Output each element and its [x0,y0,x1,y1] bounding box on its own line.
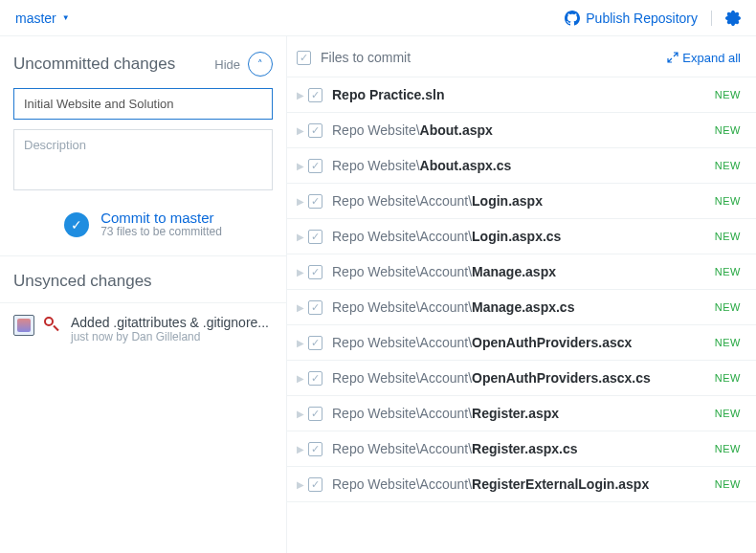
file-path: Repo Website\Account\Manage.aspx [332,264,715,279]
branch-selector[interactable]: master ▼ [15,11,70,26]
commit-button-label: Commit to master [100,210,222,225]
commit-button-sub: 73 files to be committed [100,225,222,240]
file-row[interactable]: ▶Repo Website\Account\RegisterExternalLo… [287,467,756,502]
file-row[interactable]: ▶Repo Website\About.aspxNEW [287,113,756,148]
uncommitted-changes-header: Uncommitted changes Hide ˄ [0,36,286,88]
expand-caret-icon[interactable]: ▶ [297,302,308,313]
file-checkbox[interactable] [308,230,322,244]
expand-all-button[interactable]: Expand all [667,51,741,65]
file-status-badge: NEW [715,337,741,348]
top-bar: master ▼ Publish Repository [0,0,756,36]
file-path: Repo Website\About.aspx.cs [332,158,715,173]
file-checkbox[interactable] [308,477,322,492]
files-header-label: Files to commit [321,50,667,65]
expand-caret-icon[interactable]: ▶ [297,232,308,242]
file-status-badge: NEW [715,231,741,242]
file-row[interactable]: ▶Repo Website\Account\Login.aspx.csNEW [287,219,756,254]
left-panel: Uncommitted changes Hide ˄ ✓ Commit to m… [0,36,287,553]
file-checkbox[interactable] [308,194,322,209]
file-status-badge: NEW [715,443,741,454]
expand-caret-icon[interactable]: ▶ [297,196,308,207]
file-path: Repo Website\About.aspx [332,122,715,138]
file-checkbox[interactable] [308,123,322,138]
section-title: Uncommitted changes [13,55,214,74]
file-status-badge: NEW [715,372,741,384]
expand-caret-icon[interactable]: ▶ [297,338,308,348]
check-icon: ✓ [64,212,89,237]
file-status-badge: NEW [715,266,741,277]
github-icon [565,11,580,26]
commit-form: ✓ Commit to master 73 files to be commit… [0,88,286,256]
file-checkbox[interactable] [308,336,322,350]
expand-caret-icon[interactable]: ▶ [297,409,308,419]
expand-caret-icon[interactable]: ▶ [297,444,308,454]
files-header: Files to commit Expand all [287,36,756,77]
avatar [13,315,34,336]
files-panel: Files to commit Expand all ▶Repo Practic… [287,36,756,553]
file-checkbox[interactable] [308,442,322,456]
file-path: Repo Website\Account\Login.aspx [332,193,715,209]
hide-button[interactable]: Hide [214,57,240,72]
expand-icon [667,52,678,63]
file-status-badge: NEW [715,124,741,136]
select-all-checkbox[interactable] [297,51,311,65]
file-status-badge: NEW [715,478,741,490]
chevron-up-icon: ˄ [257,58,263,71]
file-path: Repo Website\Account\Login.aspx.cs [332,229,715,244]
file-checkbox[interactable] [308,407,322,421]
commit-description-input[interactable] [13,129,273,190]
commit-message: Added .gitattributes & .gitignore... [71,315,269,330]
expand-caret-icon[interactable]: ▶ [297,479,308,490]
file-path: Repo Website\Account\Manage.aspx.cs [332,299,715,315]
file-row[interactable]: ▶Repo Website\About.aspx.csNEW [287,148,756,184]
file-checkbox[interactable] [308,371,322,386]
file-row[interactable]: ▶Repo Website\Account\Login.aspxNEW [287,184,756,219]
file-row[interactable]: ▶Repo Website\Account\Manage.aspx.csNEW [287,290,756,325]
expand-caret-icon[interactable]: ▶ [297,267,308,277]
file-checkbox[interactable] [308,265,322,279]
publish-label: Publish Repository [586,11,698,26]
file-status-badge: NEW [715,195,741,207]
file-path: Repo Website\Account\OpenAuthProviders.a… [332,370,715,386]
file-status-badge: NEW [715,160,741,171]
commit-meta: just now by Dan Gilleland [71,330,269,343]
expand-caret-icon[interactable]: ▶ [297,90,308,100]
unsynced-commit-item[interactable]: Added .gitattributes & .gitignore... jus… [0,303,286,355]
commit-button[interactable]: ✓ Commit to master 73 files to be commit… [13,210,273,240]
divider [711,11,712,26]
file-path: Repo Website\Account\RegisterExternalLog… [332,476,715,492]
commit-subject-input[interactable] [13,88,273,120]
chevron-down-icon: ▼ [62,13,70,22]
magnifier-icon [44,317,61,334]
expand-caret-icon[interactable]: ▶ [297,373,308,384]
file-path: Repo Practice.sln [332,87,715,102]
settings-button[interactable] [725,11,741,26]
gear-icon [725,11,741,26]
file-checkbox[interactable] [308,300,322,315]
file-row[interactable]: ▶Repo Website\Account\Manage.aspxNEW [287,254,756,290]
file-path: Repo Website\Account\Register.aspx.cs [332,441,715,456]
expand-caret-icon[interactable]: ▶ [297,161,308,171]
file-row[interactable]: ▶Repo Website\Account\Register.aspx.csNE… [287,431,756,467]
file-path: Repo Website\Account\OpenAuthProviders.a… [332,335,715,350]
file-row[interactable]: ▶Repo Website\Account\OpenAuthProviders.… [287,361,756,396]
unsynced-changes-header: Unsynced changes [0,256,286,303]
file-status-badge: NEW [715,89,741,100]
expand-caret-icon[interactable]: ▶ [297,125,308,136]
file-checkbox[interactable] [308,88,322,102]
branch-name: master [15,11,56,26]
file-checkbox[interactable] [308,159,322,173]
file-row[interactable]: ▶Repo Practice.slnNEW [287,77,756,113]
file-status-badge: NEW [715,301,741,313]
file-row[interactable]: ▶Repo Website\Account\OpenAuthProviders.… [287,325,756,361]
publish-repository-button[interactable]: Publish Repository [565,11,698,26]
file-status-badge: NEW [715,408,741,419]
file-path: Repo Website\Account\Register.aspx [332,406,715,421]
collapse-button[interactable]: ˄ [248,52,273,77]
file-row[interactable]: ▶Repo Website\Account\Register.aspxNEW [287,396,756,431]
